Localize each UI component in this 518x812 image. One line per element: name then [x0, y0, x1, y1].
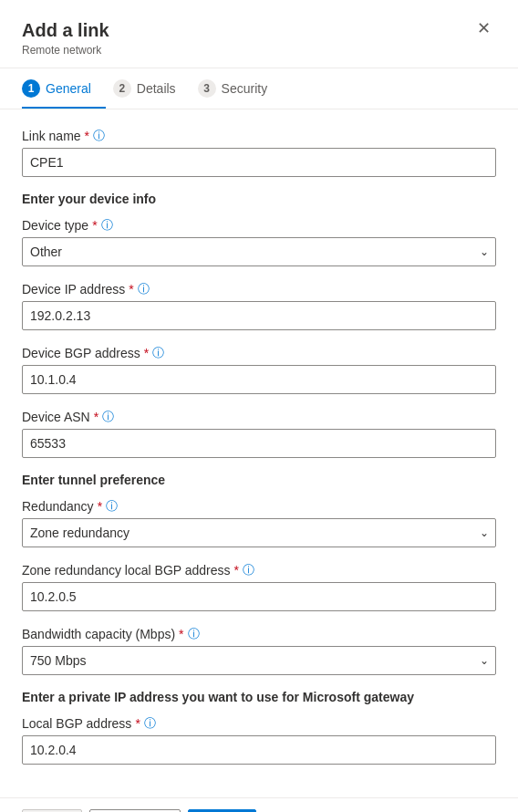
- tab-details-label: Details: [137, 81, 176, 96]
- device-asn-label: Device ASN * ⓘ: [22, 409, 496, 425]
- device-ip-info-icon[interactable]: ⓘ: [138, 281, 150, 297]
- header-text: Add a link Remote network: [22, 18, 109, 57]
- device-asn-required: *: [94, 410, 98, 424]
- local-bgp-input[interactable]: [22, 735, 496, 765]
- link-name-input[interactable]: [22, 148, 496, 177]
- device-asn-input[interactable]: [22, 429, 496, 458]
- tab-security-number: 3: [198, 79, 216, 98]
- local-bgp-label: Local BGP address * ⓘ: [22, 715, 496, 732]
- tab-general[interactable]: 1 General: [22, 68, 106, 109]
- modal-header: Add a link Remote network ✕: [0, 0, 518, 68]
- tunnel-title: Enter tunnel preference: [22, 473, 496, 487]
- device-bgp-info-icon[interactable]: ⓘ: [152, 345, 164, 361]
- link-name-group: Link name * ⓘ: [22, 128, 496, 177]
- device-type-group: Device type * ⓘ Other Cisco Palo Alto Fo…: [22, 217, 496, 266]
- local-bgp-info-icon[interactable]: ⓘ: [144, 715, 156, 732]
- tab-general-label: General: [46, 81, 91, 96]
- tab-details-number: 2: [113, 79, 131, 98]
- zone-bgp-group: Zone redundancy local BGP address * ⓘ: [22, 562, 496, 611]
- link-name-label: Link name * ⓘ: [22, 128, 496, 144]
- device-ip-label: Device IP address * ⓘ: [22, 281, 496, 297]
- tab-security[interactable]: 3 Security: [198, 68, 283, 109]
- bandwidth-info-icon[interactable]: ⓘ: [188, 626, 200, 642]
- device-type-info-icon[interactable]: ⓘ: [101, 217, 113, 234]
- bandwidth-required: *: [179, 627, 183, 641]
- zone-bgp-info-icon[interactable]: ⓘ: [243, 562, 254, 578]
- device-info-title: Enter your device info: [22, 192, 496, 206]
- device-type-select-wrapper: Other Cisco Palo Alto Fortinet ⌄: [22, 237, 496, 266]
- device-asn-group: Device ASN * ⓘ: [22, 409, 496, 458]
- device-ip-group: Device IP address * ⓘ: [22, 281, 496, 330]
- tab-details[interactable]: 2 Details: [113, 68, 191, 109]
- redundancy-required: *: [98, 499, 102, 514]
- redundancy-select[interactable]: Zone redundancy No redundancy: [22, 518, 496, 547]
- zone-bgp-input[interactable]: [22, 582, 496, 611]
- bandwidth-select-wrapper: 250 Mbps 500 Mbps 750 Mbps 1 Gbps ⌄: [22, 646, 496, 675]
- tabs-container: 1 General 2 Details 3 Security: [0, 68, 518, 109]
- device-type-label: Device type * ⓘ: [22, 217, 496, 234]
- bandwidth-select[interactable]: 250 Mbps 500 Mbps 750 Mbps 1 Gbps: [22, 646, 496, 675]
- device-ip-required: *: [129, 282, 133, 297]
- modal-title: Add a link: [22, 18, 109, 42]
- redundancy-label: Redundancy * ⓘ: [22, 498, 496, 515]
- redundancy-info-icon[interactable]: ⓘ: [106, 498, 118, 515]
- close-button[interactable]: ✕: [471, 18, 496, 38]
- device-type-select[interactable]: Other Cisco Palo Alto Fortinet: [22, 237, 496, 266]
- bandwidth-group: Bandwidth capacity (Mbps) * ⓘ 250 Mbps 5…: [22, 626, 496, 675]
- local-bgp-group: Local BGP address * ⓘ: [22, 715, 496, 765]
- zone-bgp-label: Zone redundancy local BGP address * ⓘ: [22, 562, 496, 578]
- bandwidth-label: Bandwidth capacity (Mbps) * ⓘ: [22, 626, 496, 642]
- device-bgp-label: Device BGP address * ⓘ: [22, 345, 496, 361]
- device-bgp-group: Device BGP address * ⓘ: [22, 345, 496, 394]
- redundancy-select-wrapper: Zone redundancy No redundancy ⌄: [22, 518, 496, 547]
- private-ip-title: Enter a private IP address you want to u…: [22, 690, 496, 704]
- tab-general-number: 1: [22, 79, 40, 98]
- modal-subtitle: Remote network: [22, 44, 109, 57]
- link-name-info-icon[interactable]: ⓘ: [93, 128, 105, 144]
- device-bgp-input[interactable]: [22, 365, 496, 394]
- device-type-required: *: [92, 218, 97, 233]
- link-name-required: *: [85, 129, 89, 143]
- local-bgp-required: *: [135, 716, 140, 731]
- modal-footer: Save < Previous Next >: [0, 797, 518, 812]
- redundancy-group: Redundancy * ⓘ Zone redundancy No redund…: [22, 498, 496, 547]
- tab-security-label: Security: [222, 81, 268, 96]
- modal: Add a link Remote network ✕ 1 General 2 …: [0, 0, 518, 812]
- form-body: Link name * ⓘ Enter your device info Dev…: [0, 109, 518, 797]
- device-asn-info-icon[interactable]: ⓘ: [102, 409, 114, 425]
- device-ip-input[interactable]: [22, 301, 496, 330]
- zone-bgp-required: *: [234, 563, 239, 578]
- device-bgp-required: *: [144, 346, 149, 360]
